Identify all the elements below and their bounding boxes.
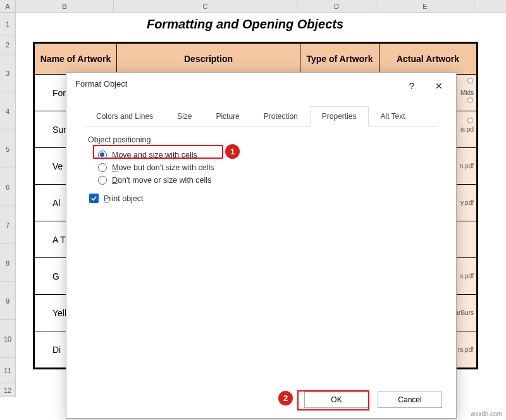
header-type: Type of Artwork [300, 44, 379, 75]
selection-handle-icon[interactable] [467, 118, 473, 123]
tab-properties[interactable]: Properties [310, 106, 369, 127]
row-header-3[interactable]: 3 [0, 54, 16, 92]
tab-picture[interactable]: Picture [204, 106, 251, 127]
radio-label: Move but don't size with cells [112, 163, 214, 172]
row-header-4[interactable]: 4 [0, 92, 16, 130]
row-header-5[interactable]: 5 [0, 130, 16, 168]
column-headers: A B C D E [0, 0, 506, 13]
checkbox-label: Print object [104, 194, 144, 203]
close-button[interactable]: ✕ [429, 77, 448, 96]
col-header-E[interactable]: E [376, 0, 474, 12]
row-header-12[interactable]: 12 [0, 383, 16, 397]
col-header-A[interactable]: A [0, 0, 16, 12]
tab-colors-and-lines[interactable]: Colors and Lines [84, 106, 165, 127]
row-header-6[interactable]: 6 [0, 168, 16, 206]
row-header-11[interactable]: 11 [0, 358, 16, 383]
selection-handle-icon[interactable] [467, 78, 473, 83]
annotation-callout-1: 1 [225, 144, 240, 159]
col-header-D[interactable]: D [297, 0, 376, 12]
header-artwork: Actual Artwork [379, 44, 477, 75]
row-header-9[interactable]: 9 [0, 282, 16, 320]
dialog-title: Format Object [75, 79, 127, 89]
radio-label: Don't move or size with cells [112, 176, 211, 185]
header-name: Name of Artwork [35, 44, 117, 75]
row-header-2[interactable]: 2 [0, 35, 16, 54]
object-positioning-label: Object positioning [88, 135, 435, 144]
tab-size[interactable]: Size [165, 106, 204, 127]
page-title: Formatting and Opening Objects [16, 13, 474, 35]
checkbox-print-object[interactable]: Print object [89, 194, 435, 203]
radio-icon [98, 163, 107, 172]
dialog-tabs: Colors and Lines Size Picture Protection… [84, 106, 438, 127]
radio-dont-move[interactable]: Don't move or size with cells [98, 176, 435, 185]
selection-handle-icon[interactable] [467, 97, 473, 103]
radio-move-no-size[interactable]: Move but don't size with cells [98, 163, 435, 172]
header-desc: Description [117, 44, 300, 75]
radio-icon [98, 176, 107, 185]
help-button[interactable]: ? [402, 77, 421, 96]
row-header-7[interactable]: 7 [0, 206, 16, 244]
tab-protection[interactable]: Protection [252, 106, 310, 127]
format-object-dialog: Format Object ? ✕ Colors and Lines Size … [66, 72, 457, 419]
annotation-highlight-2 [297, 390, 369, 411]
row-headers: 1 2 3 4 5 6 7 8 9 10 11 12 [0, 13, 16, 397]
cancel-button[interactable]: Cancel [378, 392, 442, 408]
row-header-10[interactable]: 10 [0, 320, 16, 358]
col-header-C[interactable]: C [114, 0, 297, 12]
check-icon [89, 194, 99, 203]
row-header-1[interactable]: 1 [0, 13, 16, 35]
col-header-B[interactable]: B [16, 0, 114, 12]
annotation-callout-2: 2 [278, 391, 293, 405]
row-header-8[interactable]: 8 [0, 244, 16, 282]
tab-alt-text[interactable]: Alt Text [369, 106, 417, 127]
annotation-highlight-1 [93, 145, 223, 159]
watermark: wsxdn.com [471, 411, 502, 417]
